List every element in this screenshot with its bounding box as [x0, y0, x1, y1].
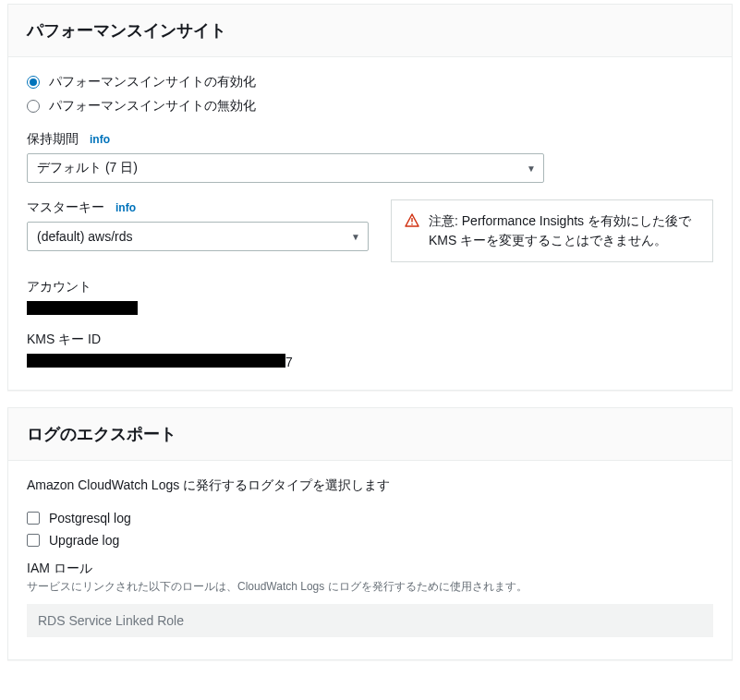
master-key-select[interactable]: (default) aws/rds ▼: [27, 222, 369, 251]
retention-info-link[interactable]: info: [90, 133, 110, 146]
retention-field: 保持期間 info デフォルト (7 日) ▼: [27, 131, 713, 183]
caret-down-icon: ▼: [527, 163, 536, 174]
panel-title-logs: ログのエクスポート: [8, 408, 732, 461]
checkbox-label: Postgresql log: [49, 511, 131, 525]
caret-down-icon: ▼: [351, 232, 360, 242]
account-field: アカウント: [27, 279, 713, 315]
panel-title-performance: パフォーマンスインサイト: [8, 5, 732, 57]
performance-insights-panel: パフォーマンスインサイト パフォーマンスインサイトの有効化 パフォーマンスインサ…: [7, 4, 733, 391]
master-key-info-link[interactable]: info: [115, 201, 136, 214]
master-key-label: マスターキー: [27, 199, 104, 216]
retention-select[interactable]: デフォルト (7 日) ▼: [27, 153, 544, 183]
svg-rect-1: [411, 218, 412, 223]
account-value-redacted: [27, 301, 138, 315]
checkbox-upgrade-log[interactable]: Upgrade log: [27, 533, 713, 548]
iam-role-field: IAM ロール サービスにリンクされた以下のロールは、CloudWatch Lo…: [27, 561, 713, 637]
radio-icon: [27, 100, 40, 113]
retention-select-value: デフォルト (7 日): [37, 160, 138, 176]
svg-rect-2: [411, 223, 412, 225]
retention-label: 保持期間: [27, 131, 79, 148]
kms-key-id-value-redacted: [27, 354, 285, 368]
checkbox-label: Upgrade log: [49, 533, 119, 548]
checkbox-icon: [27, 534, 40, 547]
checkbox-icon: [27, 512, 40, 525]
log-export-description: Amazon CloudWatch Logs に発行するログタイプを選択します: [27, 477, 713, 494]
kms-warning-text: 注意: Performance Insights を有効にした後で KMS キー…: [429, 211, 699, 250]
kms-warning-box: 注意: Performance Insights を有効にした後で KMS キー…: [391, 199, 713, 262]
log-export-panel: ログのエクスポート Amazon CloudWatch Logs に発行するログ…: [7, 407, 733, 660]
radio-label: パフォーマンスインサイトの有効化: [49, 74, 256, 91]
kms-key-id-field: KMS キー ID 7: [27, 332, 713, 368]
kms-key-id-label: KMS キー ID: [27, 332, 713, 348]
iam-role-helper: サービスにリンクされた以下のロールは、CloudWatch Logs にログを発…: [27, 579, 713, 595]
radio-enable-performance-insights[interactable]: パフォーマンスインサイトの有効化: [27, 74, 713, 91]
master-key-field: マスターキー info (default) aws/rds ▼: [27, 199, 713, 262]
warning-icon: [405, 213, 419, 228]
account-label: アカウント: [27, 279, 713, 296]
checkbox-postgresql-log[interactable]: Postgresql log: [27, 511, 713, 525]
radio-icon: [27, 76, 40, 89]
iam-role-value: RDS Service Linked Role: [27, 604, 713, 637]
iam-role-label: IAM ロール: [27, 561, 713, 577]
kms-key-id-trail: 7: [285, 355, 293, 369]
radio-label: パフォーマンスインサイトの無効化: [49, 98, 256, 115]
master-key-select-value: (default) aws/rds: [37, 229, 132, 244]
radio-disable-performance-insights[interactable]: パフォーマンスインサイトの無効化: [27, 98, 713, 115]
